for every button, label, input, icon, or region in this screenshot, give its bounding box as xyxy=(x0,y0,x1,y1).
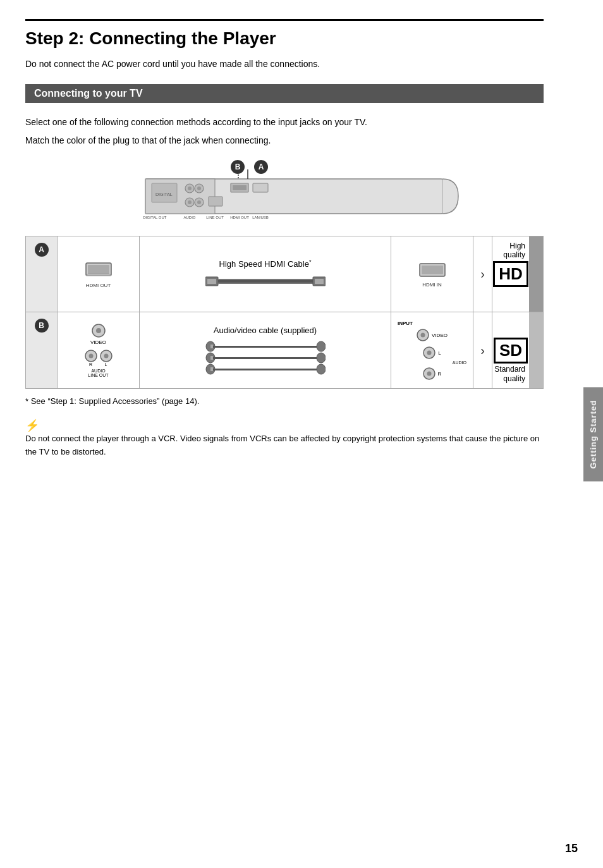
svg-point-9 xyxy=(188,200,192,204)
audio-l-in-label: L xyxy=(438,350,441,356)
badge-b: B xyxy=(35,319,49,333)
connection-row-b: B VIDEO xyxy=(26,312,543,388)
svg-point-54 xyxy=(421,333,425,338)
svg-marker-25 xyxy=(86,274,111,276)
section-a-label: A xyxy=(26,236,58,312)
svg-text:DIGITAL: DIGITAL xyxy=(155,192,173,197)
svg-point-58 xyxy=(427,372,431,376)
input-label: INPUT xyxy=(398,321,413,326)
svg-point-56 xyxy=(427,351,432,355)
svg-text:LINE OUT: LINE OUT xyxy=(206,216,224,219)
side-tab: Getting Started xyxy=(583,387,603,481)
svg-point-11 xyxy=(197,200,201,204)
section-b-label: B xyxy=(26,312,58,388)
quality-band-a xyxy=(529,236,543,312)
quality-band-b xyxy=(529,312,543,388)
av-cable-name: Audio/video cable (supplied) xyxy=(214,326,317,335)
svg-text:HDMI OUT: HDMI OUT xyxy=(230,216,249,219)
svg-point-36 xyxy=(96,328,101,333)
device-diagram: B A DIGITAL xyxy=(25,160,544,223)
hdmi-in-section: HDMI IN xyxy=(391,236,473,312)
svg-rect-29 xyxy=(218,279,313,280)
footnote: * See “Step 1: Supplied Accessories” (pa… xyxy=(25,396,544,406)
section-desc2: Match the color of the plug to that of t… xyxy=(25,134,544,147)
arrow-a: › xyxy=(473,236,492,312)
high-quality-text: High quality xyxy=(492,241,525,259)
main-content: Step 2: Connecting the Player Do not con… xyxy=(0,0,569,478)
svg-rect-30 xyxy=(218,283,313,284)
section-header: Connecting to your TV xyxy=(25,84,544,103)
svg-point-7 xyxy=(197,186,201,190)
caution-block: ⚡ Do not connect the player through a VC… xyxy=(25,419,544,459)
audio-l-port: L xyxy=(100,350,113,367)
svg-rect-27 xyxy=(207,279,216,284)
svg-point-48 xyxy=(317,353,326,363)
caution-text: Do not connect the player through a VCR.… xyxy=(25,432,544,459)
svg-rect-46 xyxy=(210,356,213,360)
av-out-ports: VIDEO R xyxy=(85,324,113,377)
device-svg: B A DIGITAL xyxy=(107,160,461,223)
quality-b: SD Standard quality xyxy=(492,312,543,388)
video-in-label: VIDEO xyxy=(432,333,448,338)
hdmi-in-icon xyxy=(417,260,448,279)
quality-a: High quality HD xyxy=(492,236,543,312)
audio-in-label: AUDIO xyxy=(453,360,466,365)
arrow-b: › xyxy=(473,312,492,388)
svg-rect-24 xyxy=(88,265,109,274)
svg-point-44 xyxy=(317,341,326,351)
section-header-text: Connecting to your TV xyxy=(34,88,143,99)
svg-text:AUDIO: AUDIO xyxy=(183,216,195,219)
svg-rect-43 xyxy=(213,346,317,348)
audio-r-in-row: R xyxy=(423,367,442,380)
hd-badge: HD xyxy=(493,261,528,287)
av-cable-visual xyxy=(205,340,326,375)
svg-point-40 xyxy=(104,353,108,358)
device-back-svg: DIGITAL DIGITAL xyxy=(107,169,461,229)
svg-rect-47 xyxy=(213,357,317,359)
page-number: 15 xyxy=(565,842,578,855)
svg-rect-15 xyxy=(253,183,268,192)
svg-rect-50 xyxy=(210,367,213,371)
section-desc1: Select one of the following connection m… xyxy=(25,116,544,129)
page-title: Step 2: Connecting the Player xyxy=(25,28,544,49)
svg-text:LAN/USB: LAN/USB xyxy=(252,216,269,219)
svg-rect-28 xyxy=(218,280,313,283)
sd-badge: SD xyxy=(494,338,528,364)
connection-table: A HDMI OUT High Speed HDMI Cable* xyxy=(25,236,544,389)
intro-text: Do not connect the AC power cord until y… xyxy=(25,59,544,69)
hdmi-in-label: HDMI IN xyxy=(422,282,442,288)
top-border xyxy=(25,19,544,21)
hdmi-out-label: HDMI OUT xyxy=(86,283,111,288)
svg-rect-34 xyxy=(422,266,443,274)
std-quality-text: Standard quality xyxy=(492,365,525,383)
svg-rect-32 xyxy=(315,279,324,284)
svg-point-38 xyxy=(88,353,93,358)
hdmi-cable-visual xyxy=(205,274,326,290)
badge-a: A xyxy=(35,243,49,257)
svg-rect-42 xyxy=(210,345,213,348)
svg-point-5 xyxy=(188,186,192,190)
video-out-port xyxy=(92,324,106,338)
svg-rect-51 xyxy=(213,369,317,370)
svg-rect-12 xyxy=(209,197,222,206)
hdmi-out-icon xyxy=(83,260,114,279)
av-in-section: INPUT VIDEO L AUDIO xyxy=(391,312,473,388)
av-out-section: VIDEO R xyxy=(58,312,140,388)
connection-row-a: A HDMI OUT High Speed HDMI Cable* xyxy=(26,236,543,312)
hdmi-out-section: HDMI OUT xyxy=(58,236,140,312)
audio-r-in-label: R xyxy=(438,371,442,377)
caution-icon: ⚡ xyxy=(25,419,544,432)
hdmi-cable-name: High Speed HDMI Cable* xyxy=(219,259,312,269)
svg-point-52 xyxy=(317,364,326,374)
video-in-row: VIDEO xyxy=(417,329,448,341)
svg-text:DIGITAL OUT: DIGITAL OUT xyxy=(143,216,166,219)
av-cable-section: Audio/video cable (supplied) xyxy=(140,312,391,388)
svg-rect-14 xyxy=(233,185,247,190)
audio-out-ports: R L xyxy=(85,350,113,367)
audio-line-out-label: AUDIO LINE OUT xyxy=(88,369,108,377)
hdmi-cable-section: High Speed HDMI Cable* xyxy=(140,236,391,312)
audio-r-port: R xyxy=(85,350,97,367)
video-label: VIDEO xyxy=(90,339,106,345)
audio-l-in-row: L xyxy=(423,346,441,359)
